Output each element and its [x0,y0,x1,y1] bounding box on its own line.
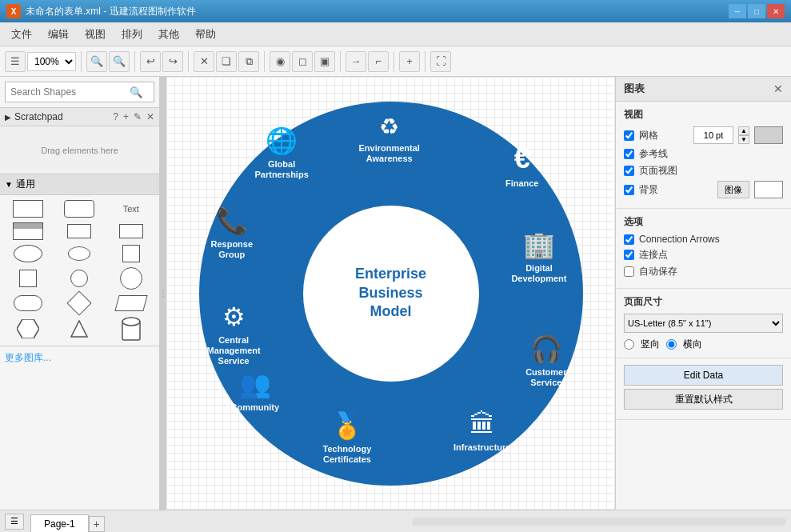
shape-diamond[interactable] [56,294,102,312]
canvas-area[interactable]: EnterpriseBusinessModel 🌐 GlobalPartners… [166,77,615,510]
zoom-out-btn[interactable]: 🔍 [109,51,130,72]
reset-style-btn[interactable]: 重置默认样式 [624,389,783,410]
add-page-btn[interactable]: + [89,516,105,532]
more-shapes-link[interactable]: 更多图库... [0,346,159,370]
arrow-btn[interactable]: → [346,51,366,72]
finance-label: Finance [505,178,539,189]
page-setup-btn[interactable]: ☰ [5,51,26,72]
border-btn[interactable]: ◻ [292,51,313,72]
grid-value-input[interactable] [693,126,733,144]
autosave-checkbox[interactable] [624,266,634,277]
pageview-checkbox[interactable] [624,166,634,176]
undo-btn[interactable]: ↩ [140,51,161,72]
refline-checkbox[interactable] [624,149,634,159]
shape-rect-sm2[interactable] [108,224,154,238]
close-btn[interactable]: ✕ [767,4,785,18]
image-btn[interactable]: 图像 [717,181,749,198]
shape-square2[interactable] [5,270,51,287]
paste-btn[interactable]: ⧉ [238,51,259,72]
scratchpad-arrow: ▶ [5,113,11,122]
menu-help[interactable]: 帮助 [187,24,224,45]
diagram-container: EnterpriseBusinessModel 🌐 GlobalPartners… [199,102,583,486]
search-icon-btn[interactable]: 🔍 [130,86,143,98]
shape-hexagon[interactable] [5,319,51,338]
minimize-btn[interactable]: ─ [729,4,746,18]
connection-arrows-checkbox[interactable] [624,234,634,245]
menu-edit[interactable]: 编辑 [40,24,77,45]
shape-rounded-lg[interactable] [5,295,51,311]
toolbar-zoom-group: 🔍 🔍 [86,51,135,72]
fill-btn[interactable]: ◉ [270,51,290,72]
section-general-header[interactable]: ▼ 通用 [0,174,159,195]
shape-triangle[interactable] [56,320,102,338]
toolbar-page-group: ☰ 100% [5,51,82,72]
background-checkbox[interactable] [624,185,634,195]
search-wrap: 🔍 [5,82,154,102]
infra-label: Infrastructure [453,442,511,453]
shape-ellipse-sm[interactable] [56,246,102,261]
segment-infrastructure: 🏛 Infrastructure [453,410,511,453]
edit-data-btn[interactable]: Edit Data [624,365,783,386]
fullscreen-btn[interactable]: ⛶ [430,51,451,72]
scratchpad-edit-icon[interactable]: ✎ [134,111,142,122]
shape-heading[interactable] [5,222,51,240]
horizontal-scrollbar[interactable] [412,518,787,526]
scratchpad-help-icon[interactable]: ? [113,111,118,122]
svg-marker-1 [71,321,87,337]
autosave-row: 自动保存 [624,265,783,278]
add-btn[interactable]: + [399,51,420,72]
zoom-select[interactable]: 100% [27,52,76,71]
scratchpad-add-icon[interactable]: + [123,111,129,122]
left-splitter[interactable] [160,77,166,510]
panel-buttons: Edit Data 重置默认样式 [616,358,791,420]
landscape-radio[interactable] [666,339,677,350]
options-section-title: 选项 [624,215,783,229]
shape-rect-sm1[interactable] [56,224,102,238]
bottom-menu-btn[interactable]: ☰ [5,514,24,530]
shape-rect[interactable] [5,200,51,218]
menu-other[interactable]: 其他 [150,24,187,45]
grid-checkbox[interactable] [624,130,634,141]
response-label: ResponseGroup [211,239,254,260]
community-label: Community [231,402,280,413]
segment-technology: 🏅 TechnologyCertificates [323,410,372,465]
connection-points-checkbox[interactable] [624,250,634,260]
shape-parallelogram[interactable] [108,295,154,311]
shape-circle-lg[interactable] [108,267,154,290]
bottom-bar: ☰ Page-1 + [0,510,791,532]
toolbar-connector-group: → ⌐ [346,51,394,72]
copy-btn[interactable]: ❏ [216,51,237,72]
portrait-radio[interactable] [624,339,634,350]
segment-digital: 🏢 DigitalDevelopment [511,230,566,284]
shape-circle1[interactable] [56,270,102,287]
infra-icon: 🏛 [469,410,495,439]
shape-ellipse-wide[interactable] [5,245,51,262]
env-icon: ♻ [379,114,399,140]
redo-btn[interactable]: ↪ [162,51,183,72]
zoom-in-btn[interactable]: 🔍 [86,51,107,72]
toolbar-history-group: ↩ ↪ [140,51,189,72]
grid-up-btn[interactable]: ▲ [738,126,749,135]
delete-btn[interactable]: ✕ [194,51,214,72]
page-size-section: 页面尺寸 US-Letter (8.5" x 11") 竖向 横向 [616,289,791,358]
background-color-box[interactable] [754,181,783,198]
shape-cylinder[interactable] [108,317,154,341]
shape-rect-round[interactable] [56,200,102,218]
shape-text[interactable]: Text [108,204,154,214]
refline-row: 参考线 [624,147,783,161]
grid-down-btn[interactable]: ▼ [738,135,749,144]
shape-square1[interactable] [108,245,154,262]
menu-file[interactable]: 文件 [3,24,40,45]
menu-view[interactable]: 视图 [77,24,114,45]
panel-close-icon[interactable]: ✕ [773,82,783,95]
scratchpad-label: Scratchpad [14,111,113,122]
page-size-select[interactable]: US-Letter (8.5" x 11") [624,314,783,333]
grid-color-box[interactable] [754,126,783,144]
line-btn[interactable]: ⌐ [368,51,389,72]
page-1-tab[interactable]: Page-1 [30,514,89,532]
connection-points-row: 连接点 [624,248,783,262]
maximize-btn[interactable]: □ [748,4,765,18]
shadow-btn[interactable]: ▣ [314,51,335,72]
menu-arrange[interactable]: 排列 [114,24,150,45]
scratchpad-close-icon[interactable]: ✕ [146,111,154,122]
